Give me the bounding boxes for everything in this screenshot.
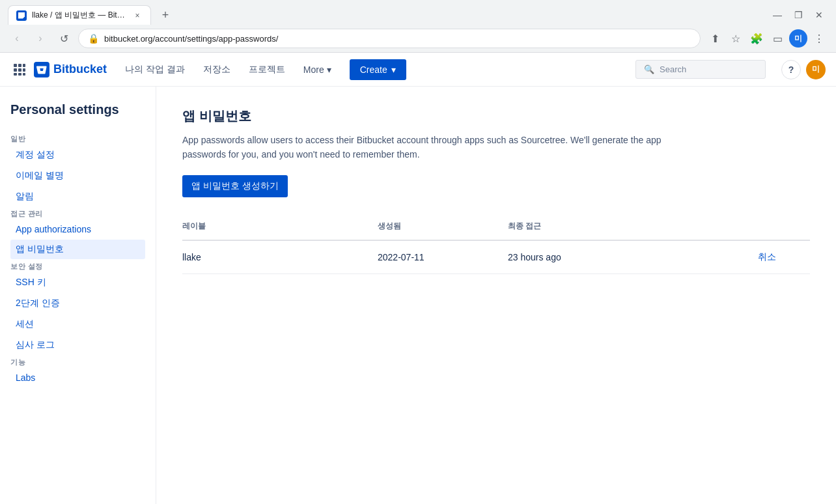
create-app-password-button[interactable]: 앱 비밀번호 생성하기 <box>182 175 288 197</box>
svg-rect-4 <box>18 68 21 72</box>
svg-rect-6 <box>14 73 17 76</box>
bitbucket-navbar: Bitbucket 나의 작업 결과 저장소 프로젝트 More ▾ Creat… <box>0 53 836 87</box>
back-button[interactable]: ‹ <box>8 29 26 48</box>
content-description: App passwords allow users to access thei… <box>182 133 690 162</box>
window-controls: — ❐ ✕ <box>768 8 828 21</box>
maximize-button[interactable]: ❐ <box>789 8 807 21</box>
share-button[interactable]: ⬆ <box>706 29 724 48</box>
sidebar-item-2fa[interactable]: 2단계 인증 <box>10 294 145 313</box>
col-header-last-access: 최종 접근 <box>508 218 758 234</box>
sidebar-toggle-button[interactable]: ▭ <box>768 29 787 48</box>
sidebar-item-sessions[interactable]: 세션 <box>10 315 145 334</box>
new-tab-button[interactable]: + <box>156 6 174 24</box>
sidebar-section-features: 기능 <box>10 358 25 366</box>
search-input[interactable]: 🔍 Search <box>635 60 766 79</box>
bb-logo-icon <box>34 62 49 77</box>
browser-toolbar: ‹ › ↺ 🔒 bitbucket.org/account/settings/a… <box>0 25 836 52</box>
close-button[interactable]: ✕ <box>810 8 828 21</box>
row-label: llake <box>182 249 378 265</box>
user-avatar[interactable]: 미 <box>806 60 826 79</box>
create-button[interactable]: Create ▾ <box>350 59 406 80</box>
nav-link-repositories[interactable]: 저장소 <box>195 59 238 81</box>
chrome-profile-badge[interactable]: 미 <box>789 29 807 48</box>
navbar-right: ? 미 <box>781 60 826 79</box>
sidebar-item-app-passwords[interactable]: 앱 비밀번호 <box>10 240 145 259</box>
sidebar-item-ssh-keys[interactable]: SSH 키 <box>10 273 145 292</box>
sidebar-item-app-authorizations[interactable]: App authorizations <box>10 220 145 238</box>
address-bar[interactable]: 🔒 bitbucket.org/account/settings/app-pas… <box>78 29 701 48</box>
sidebar: Personal settings 일반 계정 설정 이메일 별명 알림 접근 … <box>0 87 156 504</box>
reload-button[interactable]: ↺ <box>55 29 73 48</box>
row-action-cell: 취소 <box>758 249 810 266</box>
minimize-button[interactable]: — <box>768 8 787 21</box>
sidebar-item-audit-log[interactable]: 심사 로그 <box>10 335 145 355</box>
svg-rect-8 <box>23 73 25 76</box>
forward-button[interactable]: › <box>31 29 49 48</box>
bitbucket-logo[interactable]: Bitbucket <box>34 62 107 77</box>
sidebar-item-account-settings[interactable]: 계정 설정 <box>10 145 145 165</box>
browser-tab-title: llake / 앱 비밀번호 — Bitbucket <box>32 10 127 21</box>
grid-icon[interactable] <box>10 61 29 79</box>
toolbar-actions: ⬆ ☆ 🧩 ▭ 미 ⋮ <box>706 29 828 48</box>
logo-area: Bitbucket <box>10 61 107 79</box>
row-created: 2022-07-11 <box>378 249 508 265</box>
svg-rect-5 <box>23 68 25 72</box>
more-dropdown-button[interactable]: More ▾ <box>296 59 339 80</box>
table-row: llake 2022-07-11 23 hours ago 취소 <box>182 241 810 274</box>
browser-tab[interactable]: llake / 앱 비밀번호 — Bitbucket × <box>8 5 151 25</box>
create-chevron-icon: ▾ <box>391 64 396 75</box>
sidebar-section-general: 일반 <box>10 135 25 143</box>
sidebar-item-email-alias[interactable]: 이메일 별명 <box>10 166 145 186</box>
browser-chrome: llake / 앱 비밀번호 — Bitbucket × + — ❐ ✕ ‹ ›… <box>0 0 836 53</box>
security-lock-icon: 🔒 <box>88 33 99 44</box>
col-header-label: 레이블 <box>182 218 378 234</box>
more-chevron-icon: ▾ <box>327 64 331 75</box>
svg-rect-1 <box>18 64 21 67</box>
main-content: 앱 비밀번호 App passwords allow users to acce… <box>156 87 836 504</box>
address-bar-url: bitbucket.org/account/settings/app-passw… <box>104 34 691 44</box>
bookmark-button[interactable]: ☆ <box>727 29 745 48</box>
chrome-menu-button[interactable]: ⋮ <box>810 29 828 48</box>
help-button[interactable]: ? <box>781 60 801 79</box>
bb-nav-links: 나의 작업 결과 저장소 프로젝트 More ▾ <box>117 59 339 81</box>
sidebar-section-access: 접근 관리 <box>10 210 43 217</box>
search-icon: 🔍 <box>644 64 654 74</box>
svg-rect-7 <box>18 73 21 76</box>
page-layout: Personal settings 일반 계정 설정 이메일 별명 알림 접근 … <box>0 87 836 504</box>
search-placeholder: Search <box>660 64 686 74</box>
row-last-access: 23 hours ago <box>508 249 758 265</box>
svg-rect-0 <box>14 64 17 67</box>
nav-link-my-work[interactable]: 나의 작업 결과 <box>117 59 193 81</box>
browser-tab-favicon <box>16 10 27 21</box>
svg-rect-2 <box>23 64 25 67</box>
app-passwords-table-container: 레이블 생성됨 최종 접근 llake 2022-07-11 23 hours … <box>182 213 810 274</box>
table-header: 레이블 생성됨 최종 접근 <box>182 213 810 241</box>
sidebar-section-security: 보안 설정 <box>10 262 43 270</box>
browser-titlebar: llake / 앱 비밀번호 — Bitbucket × + — ❐ ✕ <box>0 0 836 25</box>
page-title: Personal settings <box>10 102 145 117</box>
sidebar-item-notifications[interactable]: 알림 <box>10 187 145 206</box>
content-title: 앱 비밀번호 <box>182 107 810 125</box>
nav-link-projects[interactable]: 프로젝트 <box>241 59 293 81</box>
col-header-action <box>758 218 810 234</box>
browser-tab-close[interactable]: × <box>132 10 143 21</box>
bb-logo-text: Bitbucket <box>53 63 107 76</box>
search-area: 🔍 Search <box>635 60 766 79</box>
revoke-button[interactable]: 취소 <box>758 251 776 262</box>
extensions-button[interactable]: 🧩 <box>747 29 766 48</box>
svg-rect-3 <box>14 68 17 72</box>
sidebar-item-labs[interactable]: Labs <box>10 369 145 387</box>
col-header-created: 생성됨 <box>378 218 508 234</box>
